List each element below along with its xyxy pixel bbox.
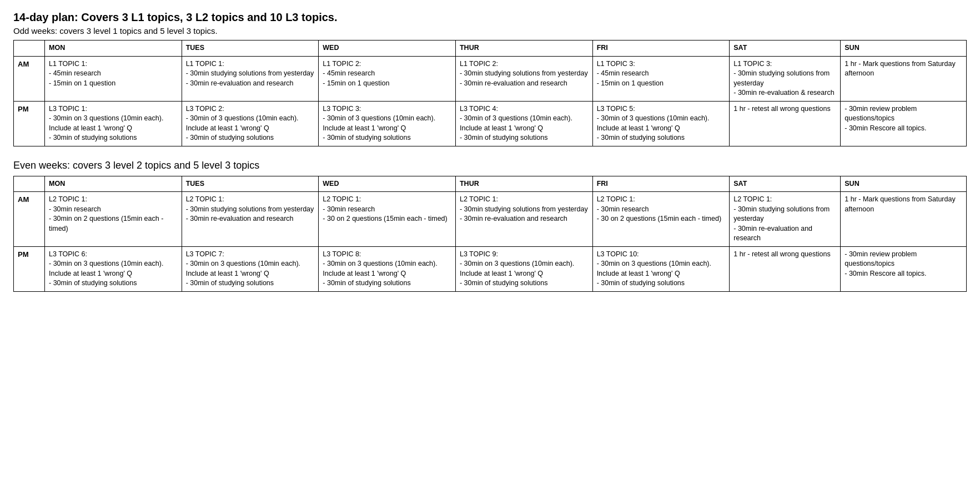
- odd-header-mon: MON: [45, 40, 182, 57]
- odd-subtitle: Odd weeks: covers 3 level 1 topics and 5…: [13, 26, 967, 36]
- even-header-sun: SUN: [841, 176, 967, 192]
- even-am-sat: L2 TOPIC 1:- 30min studying solutions fr…: [730, 192, 841, 247]
- odd-pm-sun: - 30min review problem questions/topics-…: [841, 101, 967, 146]
- even-header-row: MON TUES WED THUR FRI SAT SUN: [14, 176, 967, 192]
- odd-am-sat: L1 TOPIC 3:- 30min studying solutions fr…: [730, 56, 841, 101]
- odd-header-tues: TUES: [182, 40, 319, 57]
- even-header-thur: THUR: [455, 176, 592, 192]
- even-am-mon: L2 TOPIC 1:- 30min research- 30min on 2 …: [45, 192, 182, 247]
- odd-pm-sat: 1 hr - retest all wrong questions: [730, 101, 841, 146]
- odd-am-fri: L1 TOPIC 3:- 45min research- 15min on 1 …: [592, 56, 730, 101]
- odd-pm-wed: L3 TOPIC 3:- 30min of 3 questions (10min…: [319, 101, 456, 146]
- odd-header-blank: [14, 40, 45, 57]
- even-am-sun: 1 hr - Mark questions from Saturday afte…: [841, 192, 967, 247]
- even-header-wed: WED: [319, 176, 456, 192]
- odd-pm-fri: L3 TOPIC 5:- 30min of 3 questions (10min…: [592, 101, 730, 146]
- even-pm-row: PM L3 TOPIC 6:- 30min on 3 questions (10…: [14, 246, 967, 291]
- odd-week-table: MON TUES WED THUR FRI SAT SUN AM L1 TOPI…: [13, 40, 967, 146]
- even-week-table: MON TUES WED THUR FRI SAT SUN AM L2 TOPI…: [13, 176, 967, 292]
- odd-header-row: MON TUES WED THUR FRI SAT SUN: [14, 40, 967, 57]
- even-pm-sun: - 30min review problem questions/topics-…: [841, 246, 967, 291]
- odd-header-wed: WED: [319, 40, 456, 57]
- odd-am-row: AM L1 TOPIC 1:- 45min research- 15min on…: [14, 56, 967, 101]
- odd-pm-row: PM L3 TOPIC 1:- 30min on 3 questions (10…: [14, 101, 967, 146]
- even-am-thur: L2 TOPIC 1:- 30min studying solutions fr…: [455, 192, 592, 247]
- even-pm-tues: L3 TOPIC 7:- 30min on 3 questions (10min…: [182, 246, 319, 291]
- even-subtitle: Even weeks: covers 3 level 2 topics and …: [13, 160, 967, 171]
- odd-header-fri: FRI: [592, 40, 730, 57]
- odd-am-wed: L1 TOPIC 2:- 45min research- 15min on 1 …: [319, 56, 456, 101]
- even-pm-label: PM: [14, 246, 45, 291]
- odd-am-mon: L1 TOPIC 1:- 45min research- 15min on 1 …: [45, 56, 182, 101]
- even-pm-wed: L3 TOPIC 8:- 30min on 3 questions (10min…: [319, 246, 456, 291]
- even-am-tues: L2 TOPIC 1:- 30min studying solutions fr…: [182, 192, 319, 247]
- even-am-fri: L2 TOPIC 1:- 30min research- 30 on 2 que…: [592, 192, 730, 247]
- odd-pm-tues: L3 TOPIC 2:- 30min of 3 questions (10min…: [182, 101, 319, 146]
- even-am-label: AM: [14, 192, 45, 247]
- even-pm-fri: L3 TOPIC 10:- 30min on 3 questions (10mi…: [592, 246, 730, 291]
- odd-header-sat: SAT: [730, 40, 841, 57]
- main-title: 14-day plan: Covers 3 L1 topics, 3 L2 to…: [13, 11, 967, 24]
- even-header-fri: FRI: [592, 176, 730, 192]
- odd-am-label: AM: [14, 56, 45, 101]
- even-pm-mon: L3 TOPIC 6:- 30min on 3 questions (10min…: [45, 246, 182, 291]
- odd-header-thur: THUR: [455, 40, 592, 57]
- odd-am-sun: 1 hr - Mark questions from Saturday afte…: [841, 56, 967, 101]
- even-pm-sat: 1 hr - retest all wrong questions: [730, 246, 841, 291]
- even-pm-thur: L3 TOPIC 9:- 30min on 3 questions (10min…: [455, 246, 592, 291]
- odd-pm-thur: L3 TOPIC 4:- 30min of 3 questions (10min…: [455, 101, 592, 146]
- even-am-wed: L2 TOPIC 1:- 30min research- 30 on 2 que…: [319, 192, 456, 247]
- even-header-mon: MON: [45, 176, 182, 192]
- odd-am-tues: L1 TOPIC 1:- 30min studying solutions fr…: [182, 56, 319, 101]
- even-header-sat: SAT: [730, 176, 841, 192]
- odd-pm-label: PM: [14, 101, 45, 146]
- odd-pm-mon: L3 TOPIC 1:- 30min on 3 questions (10min…: [45, 101, 182, 146]
- even-am-row: AM L2 TOPIC 1:- 30min research- 30min on…: [14, 192, 967, 247]
- even-header-blank: [14, 176, 45, 192]
- odd-header-sun: SUN: [841, 40, 967, 57]
- odd-am-thur: L1 TOPIC 2:- 30min studying solutions fr…: [455, 56, 592, 101]
- even-header-tues: TUES: [182, 176, 319, 192]
